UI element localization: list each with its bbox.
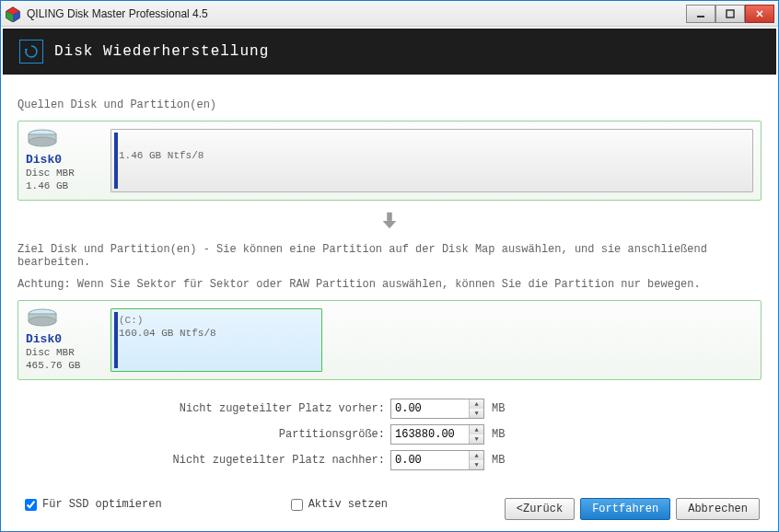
maximize-button[interactable] — [715, 5, 745, 23]
page-title: Disk Wiederherstellung — [54, 43, 269, 60]
ssd-optimize-input[interactable] — [25, 499, 37, 511]
svg-point-11 — [29, 137, 56, 146]
spin-down-icon[interactable]: ▼ — [470, 460, 483, 469]
continue-button[interactable]: Fortfahren — [580, 498, 670, 520]
back-button[interactable]: <Zurück — [505, 498, 575, 520]
source-partition[interactable]: 1.46 GB Ntfs/8 — [110, 129, 753, 192]
source-section-label: Quellen Disk und Partition(en) — [17, 98, 762, 111]
label-space-before: Nicht zugeteilter Platz vorher: — [17, 402, 390, 415]
source-disk-panel: Disk0 Disc MBR 1.46 GB 1.46 GB Ntfs/8 — [17, 121, 762, 201]
cancel-button[interactable]: Abbrechen — [676, 498, 760, 520]
app-icon — [5, 6, 21, 22]
target-disk-name: Disk0 — [26, 332, 103, 346]
main-window: QILING Disk Master Professional 4.5 Disk… — [0, 0, 779, 532]
source-disk-info: Disk0 Disc MBR 1.46 GB — [26, 129, 103, 192]
titlebar: QILING Disk Master Professional 4.5 — [1, 1, 778, 27]
target-warning-label: Achtung: Wenn Sie Sektor für Sektor oder… — [17, 278, 762, 291]
spin-up-icon[interactable]: ▲ — [470, 451, 483, 460]
target-disk-type: Disc MBR — [26, 346, 103, 359]
window-title: QILING Disk Master Professional 4.5 — [27, 7, 208, 20]
svg-marker-13 — [383, 221, 397, 228]
close-button[interactable] — [745, 5, 774, 23]
target-section-label: Ziel Disk und Partition(en) - Sie können… — [17, 243, 762, 269]
target-disk-size: 465.76 GB — [26, 359, 103, 372]
svg-point-16 — [29, 317, 56, 326]
label-space-after: Nicht zugeteilter Platz nachher: — [17, 454, 390, 467]
row-space-before: Nicht zugeteilter Platz vorher: ▲▼ MB — [17, 399, 762, 419]
target-partition-label: (C:) — [119, 315, 314, 326]
target-partition-text: 160.04 GB Ntfs/8 — [119, 328, 314, 339]
target-partition[interactable]: (C:) 160.04 GB Ntfs/8 — [110, 308, 322, 372]
input-partition-size[interactable]: ▲▼ — [390, 424, 484, 445]
content-area: Quellen Disk und Partition(en) Disk0 Dis… — [1, 76, 778, 511]
spin-down-icon[interactable]: ▼ — [470, 434, 483, 444]
unit-label: MB — [492, 428, 505, 441]
ssd-optimize-label: Für SSD optimieren — [42, 498, 162, 511]
arrow-down-icon — [17, 210, 762, 234]
target-disk-info: Disk0 Disc MBR 465.76 GB — [26, 308, 103, 372]
size-form: Nicht zugeteilter Platz vorher: ▲▼ MB Pa… — [17, 399, 762, 470]
svg-rect-4 — [697, 16, 704, 17]
restore-icon — [19, 40, 43, 64]
unit-label: MB — [492, 402, 505, 415]
disk-icon — [26, 129, 59, 147]
source-disk-name: Disk0 — [26, 153, 103, 167]
row-space-after: Nicht zugeteilter Platz nachher: ▲▼ MB — [17, 450, 762, 470]
input-space-after[interactable]: ▲▼ — [390, 450, 484, 470]
disk-icon — [26, 308, 59, 327]
svg-rect-5 — [727, 10, 734, 17]
spin-down-icon[interactable]: ▼ — [470, 409, 483, 418]
minimize-button[interactable] — [686, 5, 715, 23]
unit-label: MB — [492, 454, 505, 467]
label-partition-size: Partitionsgröße: — [17, 428, 390, 441]
window-controls — [686, 5, 774, 23]
set-active-input[interactable] — [291, 499, 303, 511]
ssd-optimize-checkbox[interactable]: Für SSD optimieren — [25, 498, 162, 511]
source-partition-text: 1.46 GB Ntfs/8 — [119, 150, 745, 161]
row-partition-size: Partitionsgröße: ▲▼ MB — [17, 424, 762, 445]
source-disk-size: 1.46 GB — [26, 179, 103, 192]
space-before-field[interactable] — [391, 399, 469, 418]
spin-up-icon[interactable]: ▲ — [470, 425, 483, 434]
set-active-label: Aktiv setzen — [308, 498, 388, 511]
target-disk-panel: Disk0 Disc MBR 465.76 GB (C:) 160.04 GB … — [17, 300, 762, 380]
footer-buttons: <Zurück Fortfahren Abbrechen — [505, 498, 760, 520]
source-disk-type: Disc MBR — [26, 167, 103, 179]
spin-up-icon[interactable]: ▲ — [470, 399, 483, 409]
set-active-checkbox[interactable]: Aktiv setzen — [291, 498, 388, 511]
partition-size-field[interactable] — [391, 425, 469, 444]
page-header: Disk Wiederherstellung — [3, 29, 776, 75]
input-space-before[interactable]: ▲▼ — [390, 399, 484, 419]
svg-rect-12 — [387, 213, 392, 221]
space-after-field[interactable] — [391, 451, 469, 469]
